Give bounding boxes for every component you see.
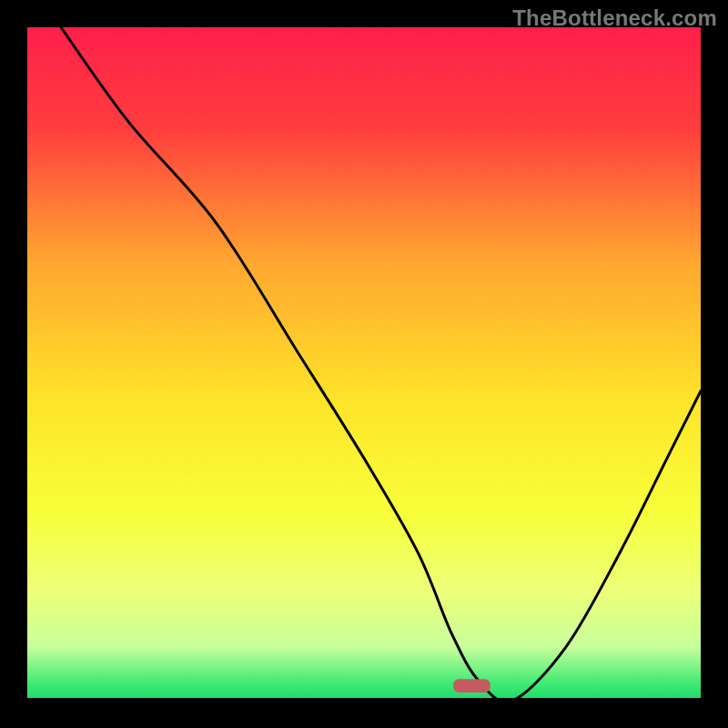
chart-container: TheBottleneck.com bbox=[0, 0, 728, 728]
x-axis-baseline bbox=[27, 698, 701, 701]
gradient-background bbox=[27, 27, 701, 701]
bottleneck-plot bbox=[27, 27, 701, 701]
optimal-marker bbox=[453, 679, 490, 693]
watermark-text: TheBottleneck.com bbox=[512, 5, 717, 31]
